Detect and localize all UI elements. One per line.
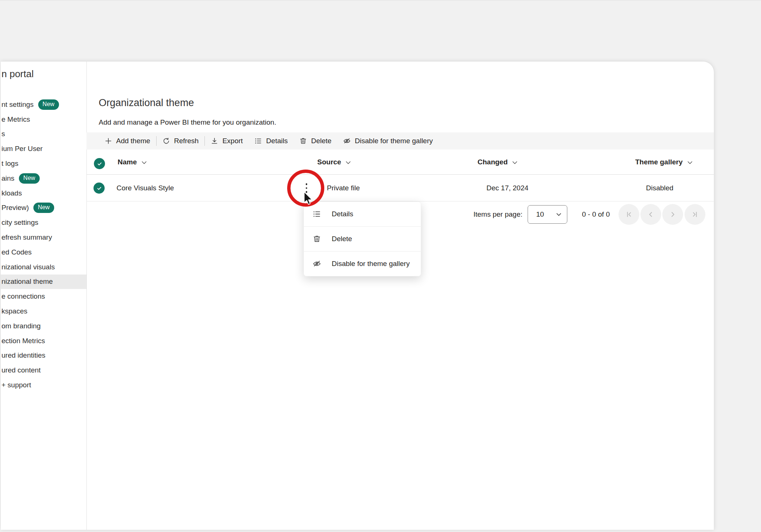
sidebar-item-label: ection Metrics — [1, 337, 45, 345]
menu-item-label: Disable for theme gallery — [332, 260, 410, 268]
sidebar-item-usage-metrics[interactable]: e Metrics — [1, 112, 86, 127]
sidebar-item-label: nizational visuals — [1, 263, 55, 271]
toolbar: Add theme Refresh Export — [86, 132, 714, 150]
disable-theme-gallery-button[interactable]: Disable for theme gallery — [343, 137, 433, 145]
row-more-options-button[interactable] — [300, 179, 313, 197]
new-badge: New — [38, 99, 59, 110]
sidebar-item-label: ium Per User — [1, 145, 43, 153]
context-menu-item-delete[interactable]: Delete — [304, 227, 421, 252]
trash-icon — [299, 137, 307, 145]
sidebar-item-label: ured content — [1, 366, 41, 374]
sidebar-item-azure-connections[interactable]: e connections — [1, 289, 86, 304]
select-all-checkbox[interactable] — [94, 158, 105, 169]
list-icon — [255, 137, 262, 145]
page-size-value: 10 — [536, 210, 544, 219]
sidebar-item-tenant-settings[interactable]: nt settings New — [1, 97, 86, 112]
details-button[interactable]: Details — [255, 137, 288, 145]
chevron-down-icon — [512, 160, 518, 165]
chevron-right-icon — [669, 210, 677, 219]
eye-off-icon — [343, 137, 351, 145]
column-header-name[interactable]: Name — [118, 150, 147, 174]
sidebar-item-label: e connections — [1, 292, 45, 301]
sidebar-item-featured-content[interactable]: ured content — [1, 363, 86, 378]
refresh-label: Refresh — [174, 137, 199, 145]
sidebar-item-help-support[interactable]: + support — [1, 378, 86, 393]
sidebar-nav: nt settings New e Metrics s ium Per User… — [1, 97, 86, 393]
screenshot-stage: n portal nt settings New e Metrics s ium… — [0, 0, 761, 532]
sidebar-item-label: nt settings — [1, 101, 34, 109]
column-label: Theme gallery — [635, 158, 683, 166]
sidebar-item-label: kspaces — [1, 307, 27, 315]
header-divider — [86, 174, 714, 175]
previous-page-button[interactable] — [640, 204, 661, 225]
menu-item-label: Details — [332, 210, 353, 218]
check-icon — [96, 161, 103, 167]
menu-item-label: Delete — [332, 235, 352, 243]
refresh-icon — [163, 137, 170, 145]
toolbar-divider — [156, 136, 157, 146]
row-checkbox[interactable] — [94, 183, 105, 194]
admin-portal-window: n portal nt settings New e Metrics s ium… — [1, 61, 714, 530]
items-per-page-label: Items per page: — [462, 210, 522, 219]
chevron-down-icon — [556, 211, 562, 217]
export-button[interactable]: Export — [211, 137, 243, 145]
list-icon — [313, 210, 321, 218]
first-page-button[interactable] — [619, 204, 639, 225]
context-menu-item-disable-theme-gallery[interactable]: Disable for theme gallery — [304, 252, 421, 276]
sidebar-item-refresh-summary[interactable]: efresh summary — [1, 230, 86, 245]
sidebar-item-embed-codes[interactable]: ed Codes — [1, 245, 86, 260]
sidebar-item-domains[interactable]: ains New — [1, 171, 86, 186]
sidebar: n portal nt settings New e Metrics s ium… — [1, 62, 87, 530]
column-header-source[interactable]: Source — [317, 150, 351, 174]
row-cell-changed: Dec 17, 2024 — [486, 175, 528, 201]
sidebar-item-label: e Metrics — [1, 115, 30, 124]
page-subtitle: Add and manage a Power BI theme for you … — [99, 118, 276, 127]
sidebar-item-capacity-settings[interactable]: city settings — [1, 215, 86, 230]
pagination-range: 0 - 0 of 0 — [574, 210, 618, 219]
export-label: Export — [222, 137, 243, 145]
sidebar-item-audit-logs[interactable]: t logs — [1, 156, 86, 171]
sidebar-item-label: nizational theme — [1, 278, 53, 286]
chevron-left-icon — [647, 210, 655, 219]
delete-button[interactable]: Delete — [299, 137, 331, 145]
page-title: Organizational theme — [99, 97, 194, 109]
column-label: Source — [317, 158, 341, 166]
sidebar-item-workspaces[interactable]: kspaces — [1, 304, 86, 319]
sidebar-item-identities[interactable]: ured identities — [1, 348, 86, 363]
column-header-theme-gallery[interactable]: Theme gallery — [635, 150, 693, 174]
context-menu-item-details[interactable]: Details — [304, 202, 421, 227]
sidebar-item-label: kloads — [1, 189, 22, 197]
sidebar-item-custom-branding[interactable]: om branding — [1, 319, 86, 334]
plus-icon — [105, 137, 112, 145]
add-theme-button[interactable]: Add theme — [105, 137, 150, 145]
sidebar-item-label: om branding — [1, 322, 41, 330]
sidebar-item-label: s — [1, 130, 5, 138]
sidebar-item-label: t logs — [1, 160, 18, 168]
details-label: Details — [266, 137, 288, 145]
add-theme-label: Add theme — [116, 137, 150, 145]
check-icon — [96, 185, 102, 191]
sidebar-item-premium-per-user[interactable]: ium Per User — [1, 141, 86, 156]
new-badge: New — [19, 173, 40, 184]
sidebar-item-label: ains — [1, 174, 14, 183]
column-label: Name — [118, 158, 137, 166]
column-header-changed[interactable]: Changed — [478, 150, 518, 174]
sidebar-item-preview[interactable]: Preview) New — [1, 201, 86, 216]
sidebar-item-users[interactable]: s — [1, 127, 86, 142]
sidebar-item-organizational-visuals[interactable]: nizational visuals — [1, 260, 86, 275]
sidebar-item-label: + support — [1, 381, 31, 389]
row-cell-name: Core Visuals Style — [117, 175, 174, 201]
sidebar-item-label: ured identities — [1, 351, 45, 359]
page-size-select[interactable]: 10 — [528, 205, 567, 224]
sidebar-item-organizational-theme[interactable]: nizational theme — [1, 275, 86, 289]
trash-icon — [313, 235, 321, 243]
toolbar-divider — [204, 136, 205, 146]
refresh-button[interactable]: Refresh — [163, 137, 199, 145]
sidebar-item-label: Preview) — [1, 204, 29, 212]
sidebar-item-protection-metrics[interactable]: ection Metrics — [1, 334, 86, 348]
sidebar-item-workloads[interactable]: kloads — [1, 186, 86, 201]
last-page-button[interactable] — [685, 204, 705, 225]
sidebar-item-label: ed Codes — [1, 248, 32, 256]
download-icon — [211, 137, 218, 145]
next-page-button[interactable] — [662, 204, 683, 225]
